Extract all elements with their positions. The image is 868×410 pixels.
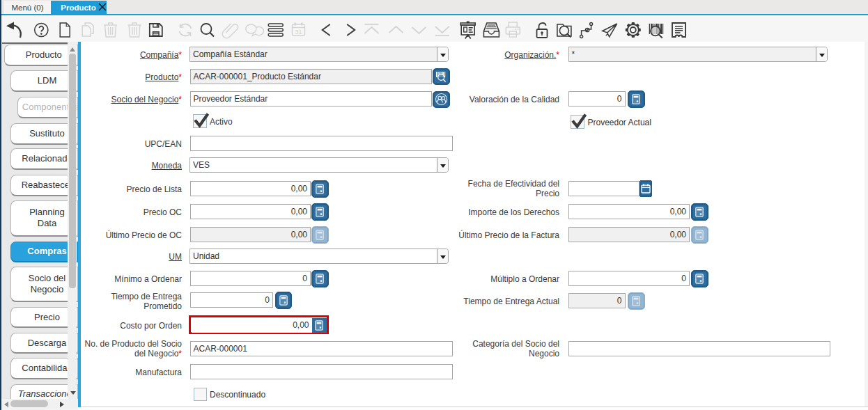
- svg-text:31: 31: [295, 29, 302, 36]
